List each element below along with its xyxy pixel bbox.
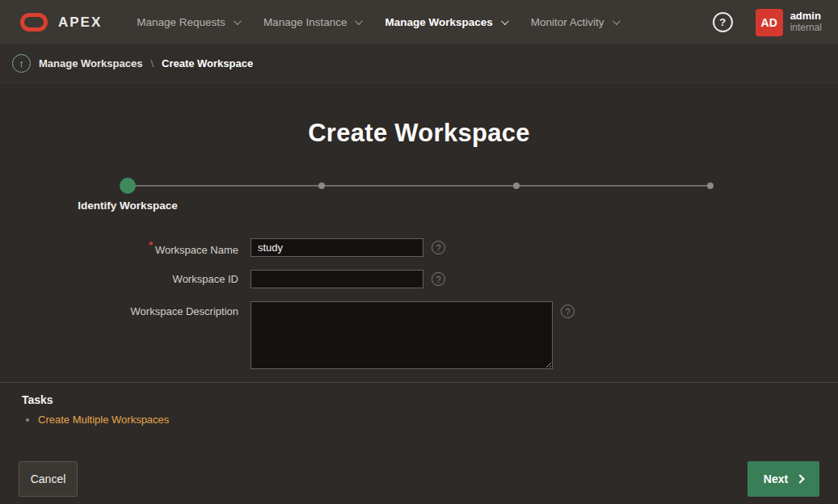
help-icon: ?: [565, 307, 570, 317]
breadcrumb-parent-link[interactable]: Manage Workspaces: [39, 57, 142, 69]
next-button[interactable]: Next: [747, 461, 819, 497]
form-row-workspace-id: Workspace ID ?: [0, 270, 838, 288]
workspace-id-help-button[interactable]: ?: [432, 272, 445, 286]
nav-item-manage-requests[interactable]: Manage Requests: [124, 0, 251, 44]
wizard-progress-stepper: Identify Workspace: [128, 178, 710, 194]
top-navigation-bar: APEX Manage Requests Manage Instance Man…: [0, 0, 838, 44]
required-marker: *: [149, 240, 153, 251]
step-dot-3: [513, 183, 520, 189]
oracle-logo-icon: [20, 13, 48, 32]
workspace-id-label: Workspace ID: [0, 273, 251, 285]
help-icon: ?: [719, 16, 726, 28]
stepper-track: [128, 185, 710, 187]
chevron-down-icon: [355, 17, 363, 25]
help-button[interactable]: ?: [713, 12, 733, 32]
workspace-id-input[interactable]: [251, 270, 423, 288]
user-menu[interactable]: AD admin internal: [756, 9, 822, 36]
breadcrumb-current: Create Workspace: [162, 57, 253, 69]
chevron-down-icon: [613, 17, 621, 25]
step-dot-1-current: [120, 178, 136, 194]
workspace-name-label: *Workspace Name: [0, 240, 251, 256]
wizard-button-bar: Cancel Next: [0, 461, 838, 497]
current-step-label: Identify Workspace: [78, 200, 178, 212]
form-row-workspace-description: Workspace Description ?: [0, 301, 838, 369]
nav-item-label: Manage Requests: [137, 16, 225, 28]
user-info: admin internal: [790, 10, 822, 34]
user-name: admin: [790, 10, 822, 23]
main-content: Create Workspace Identify Workspace *Wor…: [0, 83, 838, 504]
primary-nav: Manage Requests Manage Instance Manage W…: [124, 0, 630, 44]
up-arrow-icon: ↑: [19, 57, 24, 69]
chevron-down-icon: [234, 17, 242, 25]
form-row-workspace-name: *Workspace Name ?: [0, 238, 838, 257]
nav-item-label: Manage Instance: [263, 16, 347, 28]
workspace-name-help-button[interactable]: ?: [432, 241, 445, 254]
nav-item-label: Monitor Activity: [531, 16, 604, 28]
breadcrumb: ↑ Manage Workspaces \ Create Workspace: [0, 44, 838, 83]
apex-logo-text: APEX: [58, 15, 102, 31]
nav-item-manage-workspaces[interactable]: Manage Workspaces: [373, 0, 518, 44]
nav-item-monitor-activity[interactable]: Monitor Activity: [519, 0, 630, 44]
tasks-list: Create Multiple Workspaces: [22, 413, 816, 427]
create-multiple-workspaces-link[interactable]: Create Multiple Workspaces: [38, 414, 169, 426]
chevron-down-icon: [501, 17, 509, 25]
help-icon: ?: [436, 275, 440, 284]
nav-up-button[interactable]: ↑: [12, 54, 31, 73]
tasks-heading: Tasks: [22, 393, 816, 406]
topbar-right-group: ? AD admin internal: [713, 9, 822, 36]
help-icon: ?: [436, 243, 440, 253]
identify-workspace-form: *Workspace Name ? Workspace ID ? Workspa: [0, 238, 838, 369]
tasks-region: Tasks Create Multiple Workspaces: [0, 383, 838, 427]
cancel-button[interactable]: Cancel: [19, 461, 78, 497]
step-dot-4: [707, 183, 714, 189]
avatar: AD: [756, 9, 783, 36]
step-dot-2: [318, 183, 325, 189]
nav-item-label: Manage Workspaces: [385, 16, 492, 28]
page: APEX Manage Requests Manage Instance Man…: [0, 0, 838, 504]
workspace-name-input[interactable]: [251, 238, 423, 257]
breadcrumb-separator: \: [150, 57, 154, 69]
page-title: Create Workspace: [0, 83, 838, 148]
tasks-list-item: Create Multiple Workspaces: [38, 413, 816, 427]
nav-item-manage-instance[interactable]: Manage Instance: [251, 0, 373, 44]
user-context: internal: [790, 23, 822, 34]
workspace-description-help-button[interactable]: ?: [561, 304, 575, 318]
apex-home-link[interactable]: APEX: [20, 13, 102, 32]
workspace-description-textarea[interactable]: [251, 301, 553, 369]
chevron-right-icon: [796, 474, 805, 483]
workspace-description-label: Workspace Description: [0, 301, 251, 317]
